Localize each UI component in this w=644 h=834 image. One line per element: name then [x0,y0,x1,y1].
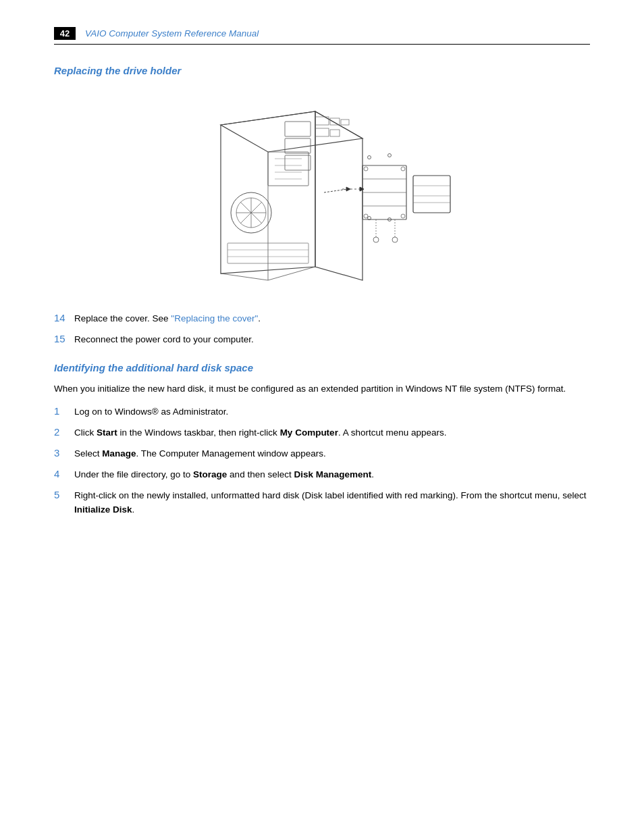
svg-point-34 [364,214,368,218]
replacing-cover-link[interactable]: "Replacing the cover" [171,313,258,323]
step-4-num: 4 [54,468,74,479]
step-3-text: Select Manage. The Computer Management w… [74,447,326,461]
svg-point-48 [368,156,371,159]
step-4-text: Under the file directory, go to Storage … [74,468,374,482]
svg-rect-17 [341,120,349,125]
svg-rect-19 [330,130,340,136]
svg-point-44 [392,237,398,242]
section-identifying-hard-disk: Identifying the additional hard disk spa… [54,362,590,517]
step-5-text: Right-click on the newly installed, unfo… [74,489,590,517]
svg-rect-16 [330,118,340,125]
svg-point-33 [401,167,405,171]
step-4-bold-storage: Storage [193,469,227,479]
step-14-text: Replace the cover. See "Replacing the co… [74,312,261,326]
step-5-num: 5 [54,489,74,500]
svg-rect-18 [315,128,329,136]
step-15-num: 15 [54,333,74,344]
svg-rect-12 [285,122,311,136]
svg-marker-2 [315,111,363,280]
page-header: 42 VAIO Computer System Reference Manual [54,27,590,45]
step-2-bold-mycomputer: My Computer [280,427,338,438]
svg-rect-13 [285,138,311,153]
step-2-text: Click Start in the Windows taskbar, then… [74,426,447,440]
step-3: 3 Select Manage. The Computer Management… [54,447,590,461]
svg-marker-41 [360,187,364,191]
step-4: 4 Under the file directory, go to Storag… [54,468,590,482]
steps-list-identifying: 1 Log on to Windows® as Administrator. 2… [54,405,590,517]
step-15: 15 Reconnect the power cord to your comp… [54,333,590,347]
step-2-bold-start: Start [97,427,117,438]
step-1-text: Log on to Windows® as Administrator. [74,405,228,419]
svg-point-49 [388,154,392,157]
svg-point-35 [401,214,405,218]
section-heading-replacing: Replacing the drive holder [54,65,590,76]
step-15-text: Reconnect the power cord to your compute… [74,333,254,347]
svg-marker-1 [221,111,363,152]
section-replacing-drive-holder: Replacing the drive holder [54,65,590,347]
drive-holder-illustration [180,84,464,294]
svg-rect-23 [268,152,308,186]
step-2-num: 2 [54,426,74,438]
svg-rect-14 [285,155,311,170]
step-5-bold-init-disk: Initialize Disk [74,504,132,515]
svg-point-42 [373,237,379,242]
step-4-bold-disk-mgmt: Disk Management [294,469,371,479]
step-3-bold-manage: Manage [102,448,136,459]
step-3-num: 3 [54,447,74,459]
section-heading-identifying: Identifying the additional hard disk spa… [54,362,590,373]
manual-title: VAIO Computer System Reference Manual [85,28,259,38]
step-5: 5 Right-click on the newly installed, un… [54,489,590,517]
page-number: 42 [54,27,76,40]
steps-list-replacing: 14 Replace the cover. See "Replacing the… [54,312,590,347]
svg-rect-36 [413,176,450,213]
diagram-drive-holder [54,84,590,296]
svg-line-5 [221,273,268,280]
svg-marker-47 [346,187,350,191]
step-1: 1 Log on to Windows® as Administrator. [54,405,590,419]
page: 42 VAIO Computer System Reference Manual… [0,0,644,834]
step-2: 2 Click Start in the Windows taskbar, th… [54,426,590,440]
svg-point-32 [364,167,368,171]
svg-line-46 [324,189,348,192]
intro-paragraph: When you initialize the new hard disk, i… [54,382,590,396]
step-14: 14 Replace the cover. See "Replacing the… [54,312,590,326]
step-14-num: 14 [54,312,74,323]
step-1-num: 1 [54,405,74,417]
